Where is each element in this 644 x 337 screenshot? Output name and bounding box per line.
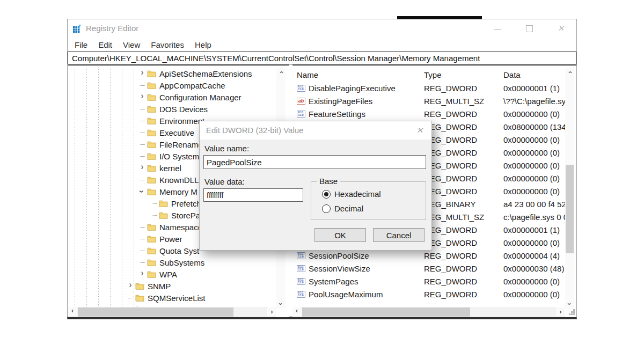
expand-icon[interactable]: [138, 270, 147, 279]
value-type: REG_DWORD: [424, 109, 503, 119]
maximize-button[interactable]: [523, 23, 535, 34]
value-name: SessionViewSize: [309, 264, 424, 273]
list-vertical-scrollbar[interactable]: [565, 68, 574, 309]
value-data: 0x00000000 (0): [503, 187, 565, 196]
minimize-button[interactable]: [492, 23, 503, 34]
value-name: FeatureSettings: [309, 109, 424, 119]
folder-icon: [135, 294, 144, 302]
hexadecimal-radio-label: Hexadecimal: [334, 189, 381, 199]
menu-file[interactable]: File: [69, 40, 93, 49]
value-name-input[interactable]: [203, 155, 426, 169]
value-type: REG_DWORD: [424, 277, 503, 286]
value-type: REG_DWORD: [424, 84, 503, 93]
scroll-left-icon[interactable]: [292, 307, 302, 316]
tree-item-appcompatcache[interactable]: AppCompatCache: [68, 79, 276, 91]
close-button[interactable]: [555, 23, 567, 34]
value-row-existingpagefiles[interactable]: abExistingPageFilesREG_MULTI_SZ\??\C:\pa…: [292, 94, 565, 107]
list-hscroll-thumb[interactable]: [302, 307, 470, 317]
column-header-name[interactable]: Name: [297, 70, 424, 79]
scroll-down-icon[interactable]: [276, 299, 286, 309]
tree-item-sqmservicelist[interactable]: SQMServiceList: [68, 292, 276, 304]
tree-connector: [138, 140, 147, 149]
resize-grip[interactable]: [568, 309, 575, 315]
expand-icon[interactable]: [126, 282, 135, 290]
scroll-left-icon[interactable]: [68, 307, 77, 316]
folder-icon: [147, 70, 156, 77]
value-data: 0x00000000 (0): [503, 148, 565, 157]
menu-bar: FileEditViewFavoritesHelp: [68, 38, 576, 52]
tree-item-wpa[interactable]: WPA: [68, 268, 276, 280]
value-type: REG_MULTI_SZ: [424, 213, 503, 222]
tree-connector: [138, 105, 147, 113]
tree-item-configuration-manager[interactable]: Configuration Manager: [68, 91, 276, 103]
expand-icon[interactable]: [138, 164, 147, 172]
value-type: REG_DWORD: [424, 187, 503, 196]
value-data-label: Value data:: [204, 177, 245, 186]
column-header-type[interactable]: Type: [424, 70, 503, 79]
tree-connector: [150, 199, 158, 208]
tree-item-dos-devices[interactable]: DOS Devices: [68, 103, 276, 115]
address-bar[interactable]: Computer\HKEY_LOCAL_MACHINE\SYSTEM\Curre…: [68, 52, 576, 64]
ok-button[interactable]: OK: [314, 228, 366, 242]
tree-connector: [138, 223, 147, 231]
scroll-up-icon[interactable]: [276, 68, 286, 77]
tree-item-apisetschemaextensions[interactable]: ApiSetSchemaExtensions: [68, 68, 276, 79]
value-row-systempages[interactable]: 011110SystemPagesREG_DWORD0x00000000 (0): [292, 275, 565, 288]
scroll-right-icon[interactable]: [267, 307, 276, 316]
column-header-data[interactable]: Data: [503, 70, 565, 79]
dialog-close-button[interactable]: [414, 125, 425, 136]
hexadecimal-radio-option[interactable]: Hexadecimal: [322, 189, 381, 199]
expand-icon[interactable]: [138, 93, 147, 101]
menu-view[interactable]: View: [118, 40, 145, 49]
value-row-sessionpoolsize[interactable]: 011110SessionPoolSizeREG_DWORD0x00000004…: [292, 249, 565, 262]
menu-favorites[interactable]: Favorites: [145, 40, 189, 49]
list-vscroll-thumb[interactable]: [566, 165, 574, 253]
registry-path: Computer\HKEY_LOCAL_MACHINE\SYSTEM\Curre…: [68, 54, 480, 63]
tree-hscroll-thumb[interactable]: [78, 307, 233, 317]
tree-item-label: I/O System: [158, 152, 199, 161]
list-horizontal-scrollbar[interactable]: [292, 307, 565, 317]
value-data: 0x00000000 (0): [503, 277, 565, 286]
expand-icon[interactable]: [138, 69, 147, 78]
value-row-featuresettings[interactable]: 011110FeatureSettingsREG_DWORD0x00000000…: [292, 107, 565, 120]
tree-horizontal-scrollbar[interactable]: [68, 307, 276, 317]
value-data-input[interactable]: [203, 188, 303, 202]
tree-connector: [150, 211, 158, 219]
tree-connector: [138, 235, 147, 243]
screen: Registry Editor FileEditViewFavoritesHel…: [0, 0, 644, 337]
menu-edit[interactable]: Edit: [93, 40, 118, 49]
tree-connector: [138, 116, 147, 125]
folder-icon: [147, 141, 156, 148]
folder-icon: [147, 93, 156, 101]
cancel-button[interactable]: Cancel: [373, 228, 425, 242]
tree-item-label: StorePar: [170, 211, 203, 220]
tree-item-label: WPA: [158, 270, 177, 279]
scroll-up-icon[interactable]: [565, 68, 574, 77]
radio-button-icon[interactable]: [322, 190, 331, 199]
tree-item-subsystems[interactable]: SubSystems: [68, 257, 276, 268]
folder-icon: [147, 164, 156, 172]
folder-icon: [147, 270, 156, 278]
value-row-disablepagingexecutive[interactable]: 011110DisablePagingExecutiveREG_DWORD0x0…: [292, 82, 565, 94]
scroll-right-icon[interactable]: [556, 307, 565, 316]
decimal-radio-option[interactable]: Decimal: [322, 204, 363, 213]
value-type: REG_DWORD: [424, 251, 503, 260]
tree-item-label: Power: [158, 235, 182, 244]
tree-item-label: Environment: [158, 116, 204, 126]
tree-item-snmp[interactable]: SNMP: [68, 280, 276, 292]
value-type: REG_DWORD: [424, 148, 503, 157]
dword-value-icon: 011110: [297, 85, 305, 92]
dialog-title-bar: Edit DWORD (32-bit) Value: [200, 121, 431, 140]
value-row-poolusagemaximum[interactable]: 011110PoolUsageMaximumREG_DWORD0x0000000…: [292, 288, 565, 301]
value-data: 0x00000004 (4): [503, 251, 565, 260]
dword-value-icon: 011110: [297, 278, 305, 285]
value-row-sessionviewsize[interactable]: 011110SessionViewSizeREG_DWORD0x00000030…: [292, 262, 565, 275]
value-type: REG_DWORD: [424, 290, 503, 299]
tree-connector: [126, 294, 135, 302]
tree-item-label: SubSystems: [158, 258, 204, 267]
collapse-icon[interactable]: [138, 187, 147, 196]
scroll-down-icon[interactable]: [565, 299, 574, 309]
radio-button-icon[interactable]: [322, 204, 331, 213]
value-data: 0x00000000 (0): [503, 290, 565, 299]
menu-help[interactable]: Help: [189, 40, 217, 49]
